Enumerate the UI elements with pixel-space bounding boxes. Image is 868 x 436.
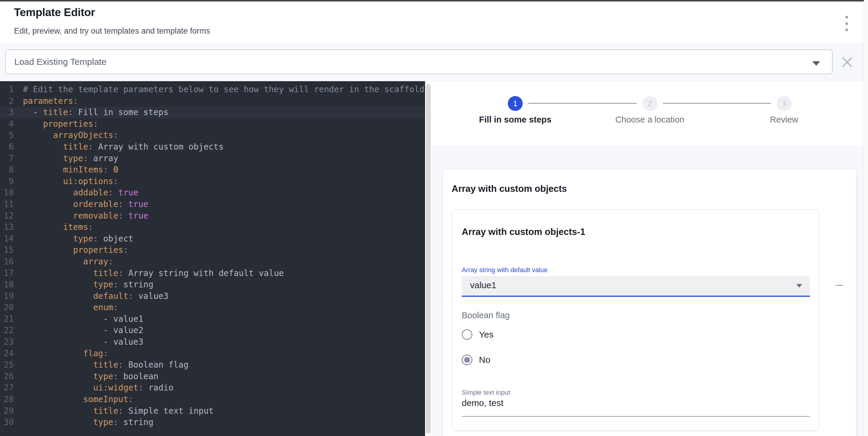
line-number: 24 (0, 348, 18, 360)
radio-group-label: Boolean flag (462, 310, 509, 320)
line-number: 30 (0, 417, 18, 428)
remove-item-button[interactable] (833, 279, 845, 291)
radio-unchecked-icon[interactable] (462, 329, 472, 340)
line-number: 27 (0, 382, 18, 394)
code-line[interactable]: 14 type: object (0, 233, 425, 245)
code-line[interactable]: 27 ui:widget: radio (0, 382, 425, 394)
code-line[interactable]: 17 title: Array string with default valu… (0, 268, 425, 279)
code-line[interactable]: 10 addable: true (0, 187, 425, 199)
code-line[interactable]: 11 orderable: true (0, 199, 425, 210)
step-circle-2[interactable]: 2 (642, 96, 657, 111)
code-text: items: (18, 222, 93, 233)
code-text: type: object (18, 233, 133, 245)
line-number: 20 (0, 302, 18, 313)
code-text: ui:widget: radio (18, 382, 174, 394)
code-text: type: string (18, 417, 153, 428)
code-line[interactable]: 25 title: Boolean flag (0, 359, 425, 371)
line-number: 14 (0, 233, 18, 245)
code-text: minItems: 0 (18, 164, 118, 176)
line-number: 28 (0, 394, 18, 405)
template-editor-page: Template Editor Edit, preview, and try o… (0, 0, 868, 436)
load-template-placeholder: Load Existing Template (14, 57, 106, 67)
code-line[interactable]: 22 - value2 (0, 325, 425, 336)
code-text: - value1 (18, 313, 144, 325)
code-line[interactable]: 5 arrayObjects: (0, 130, 425, 141)
array-item-card: Array with custom objects-1 Array string… (452, 210, 818, 431)
step-label-2: Choose a location (590, 115, 709, 125)
code-line[interactable]: 9 ui:options: (0, 176, 425, 188)
code-text: flag: (18, 348, 108, 360)
preview-panel: 1Fill in some steps2Choose a location3Re… (432, 81, 864, 436)
code-line[interactable]: 15 properties: (0, 244, 425, 256)
code-line[interactable]: 26 type: boolean (0, 371, 425, 382)
line-number: 10 (0, 187, 18, 199)
line-number: 1 (0, 84, 18, 96)
line-number: 26 (0, 371, 18, 382)
line-number: 23 (0, 336, 18, 348)
yaml-code-editor[interactable]: 1# Edit the template parameters below to… (0, 81, 425, 436)
text-input-underline (462, 416, 810, 417)
line-number: 2 (0, 96, 18, 107)
step-circle-3[interactable]: 3 (777, 96, 792, 111)
kebab-menu-icon[interactable] (841, 16, 852, 31)
line-number: 12 (0, 210, 18, 222)
code-text: title: Boolean flag (18, 359, 188, 371)
code-line[interactable]: 18 type: string (0, 279, 425, 291)
code-line[interactable]: 21 - value1 (0, 313, 425, 325)
code-line[interactable]: 29 title: Simple text input (0, 405, 425, 417)
array-item-title: Array with custom objects-1 (462, 227, 585, 237)
line-number: 18 (0, 279, 18, 291)
text-field-label: Simple text input (462, 389, 510, 397)
line-number: 7 (0, 153, 18, 164)
code-text: array: (18, 256, 113, 268)
editor-scrollbar[interactable] (425, 81, 432, 436)
radio-checked-icon[interactable] (462, 355, 472, 365)
code-line[interactable]: 13 items: (0, 222, 425, 233)
code-line[interactable]: 19 default: value3 (0, 291, 425, 302)
simple-text-input[interactable]: demo, test (462, 398, 503, 408)
line-number: 9 (0, 176, 18, 188)
caret-down-icon (812, 61, 820, 66)
line-number: 3 (0, 107, 18, 119)
radio-option-no[interactable]: No (462, 353, 490, 366)
clear-template-button[interactable] (840, 55, 854, 69)
page-scrollbar[interactable] (864, 0, 868, 436)
editor-scrollbar-thumb[interactable] (426, 84, 431, 434)
code-line[interactable]: 16 array: (0, 256, 425, 268)
code-line[interactable]: 12 removable: true (0, 210, 425, 222)
code-line[interactable]: 24 flag: (0, 348, 425, 360)
code-line[interactable]: 30 type: string (0, 417, 425, 428)
code-text: - title: Fill in some steps (18, 107, 168, 119)
code-text: type: array (18, 153, 118, 164)
line-number: 21 (0, 313, 18, 325)
array-string-select[interactable]: value1 (462, 276, 810, 297)
form-preview-section: Array with custom objects Array with cus… (432, 146, 864, 436)
code-line[interactable]: 7 type: array (0, 153, 425, 164)
step-connector (663, 103, 771, 104)
code-text: orderable: true (18, 199, 148, 210)
code-text: someInput: (18, 394, 133, 405)
line-number: 16 (0, 256, 18, 268)
radio-option-yes[interactable]: Yes (462, 328, 494, 341)
page-title: Template Editor (14, 6, 95, 19)
code-line[interactable]: 1# Edit the template parameters below to… (0, 84, 425, 96)
code-line[interactable]: 20 enum: (0, 302, 425, 313)
step-label-1: Fill in some steps (456, 115, 575, 125)
code-text: type: boolean (18, 371, 158, 382)
page-header: Template Editor Edit, preview, and try o… (0, 1, 864, 43)
select-value: value1 (470, 280, 496, 290)
radio-option-label: Yes (479, 330, 494, 340)
code-line[interactable]: 2parameters: (0, 96, 425, 107)
code-line[interactable]: 8 minItems: 0 (0, 164, 425, 176)
code-line[interactable]: 28 someInput: (0, 394, 425, 405)
code-line[interactable]: 6 title: Array with custom objects (0, 141, 425, 153)
code-line[interactable]: 4 properties: (0, 119, 425, 130)
code-line[interactable]: 23 - value3 (0, 336, 425, 348)
code-text: title: Array string with default value (18, 268, 284, 279)
minus-icon (835, 285, 843, 286)
code-line[interactable]: 3 - title: Fill in some steps (0, 107, 425, 119)
code-text: properties: (18, 119, 98, 130)
load-template-select[interactable]: Load Existing Template (5, 49, 833, 74)
code-text: # Edit the template parameters below to … (18, 84, 425, 96)
step-circle-1[interactable]: 1 (508, 96, 523, 111)
